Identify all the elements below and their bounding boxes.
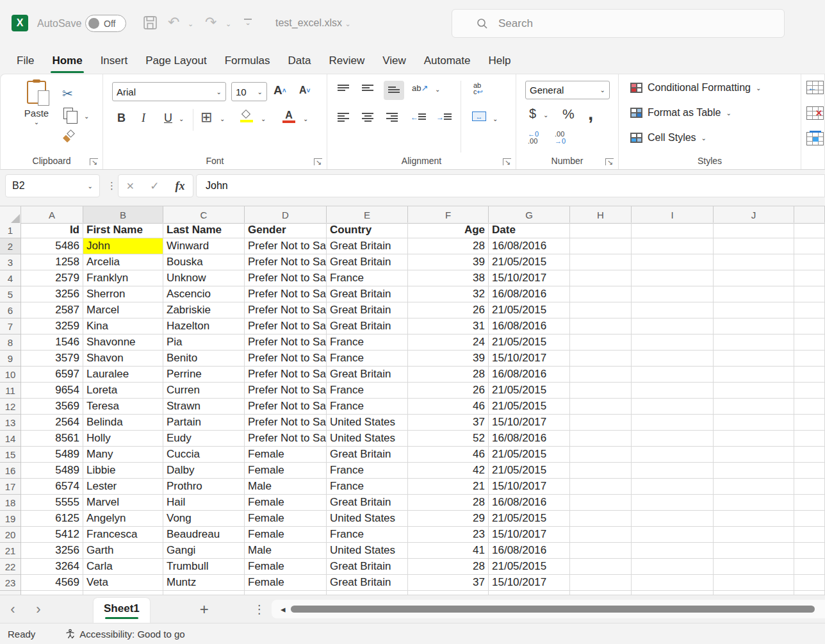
cell[interactable] <box>714 238 794 254</box>
cell[interactable] <box>714 286 794 302</box>
cell[interactable]: 5489 <box>21 447 83 463</box>
cell[interactable]: Dalby <box>163 463 245 479</box>
format-painter-icon[interactable] <box>63 131 74 142</box>
cell[interactable]: 46 <box>408 447 489 463</box>
cell[interactable] <box>794 334 825 351</box>
cell[interactable]: Male <box>245 479 327 495</box>
cell[interactable]: 21/05/2015 <box>489 399 570 415</box>
cell[interactable] <box>794 318 825 334</box>
cell[interactable] <box>714 222 794 238</box>
cell[interactable] <box>632 286 714 302</box>
cell[interactable]: 28 <box>408 559 489 575</box>
cell[interactable] <box>632 527 714 543</box>
row-header-11[interactable]: 11 <box>0 383 21 399</box>
cell[interactable]: Prefer Not to Say <box>245 302 327 318</box>
decrease-decimal-button[interactable]: .00→0 <box>555 131 566 145</box>
cell[interactable]: France <box>327 334 408 351</box>
cell[interactable]: Female <box>245 527 327 543</box>
cell[interactable] <box>632 238 714 254</box>
cell[interactable] <box>714 559 794 575</box>
cell[interactable] <box>714 270 794 286</box>
cell[interactable]: 5412 <box>21 527 83 543</box>
column-header-B[interactable]: B <box>83 206 163 224</box>
cell[interactable]: 31 <box>408 318 489 334</box>
cell[interactable]: 21/05/2015 <box>489 334 570 351</box>
cell[interactable] <box>794 399 825 415</box>
cell[interactable] <box>794 254 825 270</box>
column-header-C[interactable]: C <box>163 206 245 224</box>
cell-styles-button[interactable]: Cell Styles⌄ <box>630 132 707 144</box>
cell[interactable]: Eudy <box>163 431 245 447</box>
bold-button[interactable]: B <box>117 111 126 125</box>
cell[interactable]: 8561 <box>21 431 83 447</box>
undo-icon[interactable]: ↶ <box>168 14 179 31</box>
cell[interactable]: Date <box>489 222 570 238</box>
row-header-19[interactable]: 19 <box>0 511 21 527</box>
select-all-corner[interactable] <box>0 206 21 224</box>
cell[interactable]: 21/05/2015 <box>489 447 570 463</box>
cell[interactable] <box>714 447 794 463</box>
cell[interactable]: Prefer Not to Say <box>245 383 327 399</box>
cell[interactable]: 6125 <box>21 511 83 527</box>
cell[interactable]: 5489 <box>21 463 83 479</box>
cell[interactable] <box>794 511 825 527</box>
cell[interactable]: 6574 <box>21 479 83 495</box>
cell[interactable]: 16/08/2016 <box>489 367 570 383</box>
cell[interactable]: 38 <box>408 270 489 286</box>
cell[interactable] <box>632 254 714 270</box>
cell[interactable]: Prefer Not to Say <box>245 286 327 302</box>
cell[interactable]: Unknow <box>163 270 245 286</box>
cell[interactable] <box>632 222 714 238</box>
cell[interactable] <box>714 527 794 543</box>
tab-file[interactable]: File <box>8 49 43 72</box>
redo-icon[interactable]: ↷ <box>205 14 216 31</box>
column-header-I[interactable]: I <box>632 206 714 224</box>
cell[interactable]: 28 <box>408 367 489 383</box>
align-left-button[interactable] <box>338 113 349 123</box>
alignment-dialog-launcher-icon[interactable]: ↘ <box>503 158 511 165</box>
redo-chevron-icon[interactable]: ⌄ <box>225 20 231 28</box>
cell[interactable] <box>714 495 794 511</box>
orientation-chevron-icon[interactable]: ⌄ <box>435 86 440 93</box>
cell[interactable]: Country <box>327 222 408 238</box>
cell[interactable] <box>714 543 794 559</box>
cell[interactable]: Winward <box>163 238 245 254</box>
tab-automate[interactable]: Automate <box>415 49 480 72</box>
cell[interactable]: Prefer Not to Say <box>245 367 327 383</box>
cancel-icon[interactable]: × <box>127 179 135 194</box>
cell[interactable]: 6597 <box>21 367 83 383</box>
tab-review[interactable]: Review <box>320 49 373 72</box>
cell[interactable]: 15/10/2017 <box>489 415 570 431</box>
cell[interactable] <box>794 415 825 431</box>
cell[interactable]: 3259 <box>21 318 83 334</box>
increase-decimal-button[interactable]: ←0.00 <box>528 131 539 145</box>
cell[interactable] <box>570 270 632 286</box>
cell[interactable] <box>570 431 632 447</box>
cell[interactable]: 28 <box>408 495 489 511</box>
paste-button[interactable]: Paste ⌄ <box>19 81 54 126</box>
sheet-tab-sheet1[interactable]: Sheet1 <box>94 598 150 623</box>
cell[interactable]: Beaudreau <box>163 527 245 543</box>
cell[interactable] <box>632 383 714 399</box>
search-input[interactable]: Search <box>452 9 785 38</box>
cell[interactable] <box>632 415 714 431</box>
cell[interactable]: 3264 <box>21 559 83 575</box>
cell[interactable] <box>632 318 714 334</box>
cell[interactable] <box>794 222 825 238</box>
cell[interactable]: Prefer Not to Say <box>245 351 327 367</box>
clipboard-dialog-launcher-icon[interactable]: ↘ <box>90 158 98 165</box>
next-sheet-icon[interactable]: › <box>26 601 51 618</box>
cell[interactable]: Shavonne <box>83 334 163 351</box>
cell[interactable]: France <box>327 383 408 399</box>
cell[interactable]: Female <box>245 495 327 511</box>
cell[interactable] <box>570 511 632 527</box>
increase-font-size-button[interactable]: A˄ <box>274 83 286 97</box>
cell[interactable] <box>570 238 632 254</box>
cell[interactable]: Prefer Not to Say <box>245 318 327 334</box>
autosave-toggle[interactable]: Off <box>85 15 126 32</box>
cell[interactable]: Lauralee <box>83 367 163 383</box>
cell[interactable] <box>794 479 825 495</box>
cell[interactable] <box>570 318 632 334</box>
cell[interactable]: Loreta <box>83 383 163 399</box>
cell[interactable]: United States <box>327 543 408 559</box>
